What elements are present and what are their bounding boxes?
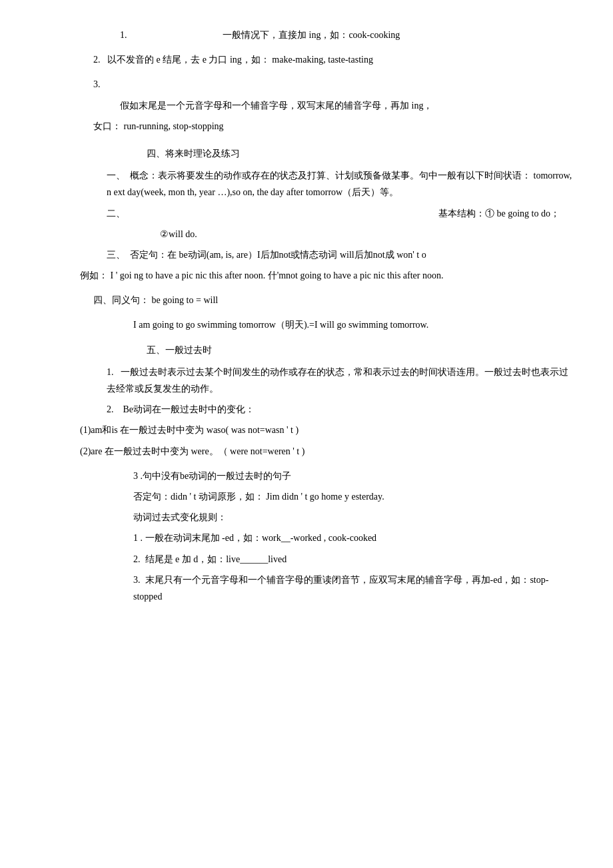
rule-2-text: 以不发音的 e 结尾，去 e 力口 ing，如： make-making, ta… <box>107 55 373 65</box>
verb-rule-2: 2. 结尾是 e 加 d，如：live______lived <box>133 551 573 568</box>
point3-text: 3 .句中没有be动词的一般过去时的句子 <box>133 468 573 484</box>
verb-rule-3-text: 3. 末尾只有一个元音字母和一个辅音字母的重读闭音节，应双写末尾的辅音字母，再加… <box>133 572 573 605</box>
vr-num1: 1 . <box>133 533 143 543</box>
negative-text: 否定句：didn ' t 动词原形，如： Jim didn ' t go hom… <box>133 488 573 505</box>
synonym-example-block: I am going to go swimming tomorrow（明天).=… <box>133 316 573 333</box>
verb-rule-1: 1 . 一般在动词末尾加 -ed，如：work__-worked , cook-… <box>133 530 573 546</box>
section4-item3-text: 三、 否定句：在 be动词(am, is, are）I后加not或情态动词 wi… <box>107 246 573 263</box>
main-content: 1. 一般情况下，直接加 ing，如：cook-cooking 2. 以不发音的… <box>67 27 573 605</box>
vr-num3: 3. <box>133 575 141 585</box>
rule-2-number: 2. <box>93 55 101 65</box>
section4-item2-line2: ②will do. <box>160 226 573 242</box>
section5-title: 五、一般过去时 <box>147 342 573 358</box>
section5-item2: 2. Be动词在一般过去时中的变化： <box>107 401 573 418</box>
s4-concept: 概念：表示将要发生的动作或存在的状态及打算、计划或预备做某事。句中一般有以下时间… <box>107 171 572 197</box>
vr3-content: 末尾只有一个元音字母和一个辅音字母的重读闭音节，应双写末尾的辅音字母，再加-ed… <box>133 575 548 602</box>
example-block: 例如： I ' goi ng to have a pic nic this af… <box>80 267 573 284</box>
s4-num1: 一、 <box>107 171 125 181</box>
section5-item1-text: 1. 一般过去时表示过去某个时间发生的动作或存在的状态，常和表示过去的时间状语连… <box>107 364 573 397</box>
rule-3-number: 3. <box>93 79 101 89</box>
be-change-1: (1)am和is 在一般过去时中变为 waso( was not=wasn ' … <box>80 422 573 438</box>
s4-negative: 否定句：在 be动词(am, is, are）I后加not或情态动词 will后… <box>130 250 426 260</box>
vr1-content: 一般在动词末尾加 -ed，如：work__-worked , cook-cook… <box>145 533 377 543</box>
section4-item2-line1: 二、 基本结构：① be going to do； <box>107 205 573 222</box>
verb-rule-1-text: 1 . 一般在动词末尾加 -ed，如：work__-worked , cook-… <box>133 530 573 546</box>
s5-num1: 1. <box>107 367 114 377</box>
section4-item3: 三、 否定句：在 be动词(am, is, are）I后加not或情态动词 wi… <box>107 246 573 263</box>
section4-item1: 一、 概念：表示将要发生的动作或存在的状态及打算、计划或预备做某事。句中一般有以… <box>107 167 573 201</box>
s5-num2: 2. <box>107 404 114 414</box>
verb-rule-3: 3. 末尾只有一个元音字母和一个辅音字母的重读闭音节，应双写末尾的辅音字母，再加… <box>133 572 573 605</box>
rule-2: 2. 以不发音的 e 结尾，去 e 力口 ing，如： make-making,… <box>93 51 573 68</box>
rule-3-text: 假如末尾是一个元音字母和一个辅音字母，双写末尾的辅音字母，再加 ing， <box>120 97 573 114</box>
section4: 四、将来时理论及练习 一、 概念：表示将要发生的动作或存在的状态及打算、计划或预… <box>67 145 573 334</box>
rule-3-section: 3. 假如末尾是一个元音字母和一个辅音字母，双写末尾的辅音字母，再加 ing， … <box>93 76 573 135</box>
section5-item2-text: 2. Be动词在一般过去时中的变化： <box>107 401 573 418</box>
rule-1-section: 1. 一般情况下，直接加 ing，如：cook-cooking <box>120 27 573 43</box>
s5-item1-content: 一般过去时表示过去某个时间发生的动作或存在的状态，常和表示过去的时间状语连用。一… <box>107 367 568 394</box>
verb-rules-title-block: 动词过去式变化規则： <box>133 509 573 526</box>
section4-title: 四、将来时理论及练习 <box>147 145 573 162</box>
verb-rules-title: 动词过去式变化規则： <box>133 509 573 526</box>
verb-rule-2-text: 2. 结尾是 e 加 d，如：live______lived <box>133 551 573 568</box>
negative-block: 否定句：didn ' t 动词原形，如： Jim didn ' t go hom… <box>133 488 573 505</box>
rule-3-number-line: 3. <box>93 76 573 93</box>
rule-3-example: 女口： run-running, stop-stopping <box>93 118 573 135</box>
rule-2-section: 2. 以不发音的 e 结尾，去 e 力口 ing，如： make-making,… <box>93 51 573 68</box>
s4-num2: 二、 <box>107 205 125 222</box>
rule-1: 1. 一般情况下，直接加 ing，如：cook-cooking <box>120 27 573 43</box>
vr2-content: 结尾是 e 加 d，如：live______lived <box>145 554 287 564</box>
synonym: 四、同义句： be going to = will <box>93 292 573 308</box>
section5: 五、一般过去时 1. 一般过去时表示过去某个时间发生的动作或存在的状态，常和表示… <box>67 342 573 605</box>
example-text: 例如： I ' goi ng to have a pic nic this af… <box>80 267 573 284</box>
section4-item1-text: 一、 概念：表示将要发生的动作或存在的状态及打算、计划或预备做某事。句中一般有以… <box>107 167 573 201</box>
s5-item2-content: Be动词在一般过去时中的变化： <box>123 404 255 414</box>
rule-1-text: 一般情况下，直接加 ing，如：cook-cooking <box>223 30 400 40</box>
be-change-2: (2)are 在一般过去时中变为 were。（ were not=weren '… <box>80 443 573 460</box>
point3-block: 3 .句中没有be动词的一般过去时的句子 <box>133 468 573 484</box>
section4-item2: 二、 基本结构：① be going to do； ②will do. <box>107 205 573 242</box>
s4-structure: 基本结构：① be going to do； <box>125 205 573 222</box>
section5-item1: 1. 一般过去时表示过去某个时间发生的动作或存在的状态，常和表示过去的时间状语连… <box>107 364 573 397</box>
rule-1-number: 1. <box>120 30 127 40</box>
synonym-example: I am going to go swimming tomorrow（明天).=… <box>133 316 573 333</box>
vr-num2: 2. <box>133 554 141 564</box>
be-changes: (1)am和is 在一般过去时中变为 waso( was not=wasn ' … <box>80 422 573 459</box>
s4-num3: 三、 <box>107 250 125 260</box>
synonym-block: 四、同义句： be going to = will <box>93 292 573 308</box>
